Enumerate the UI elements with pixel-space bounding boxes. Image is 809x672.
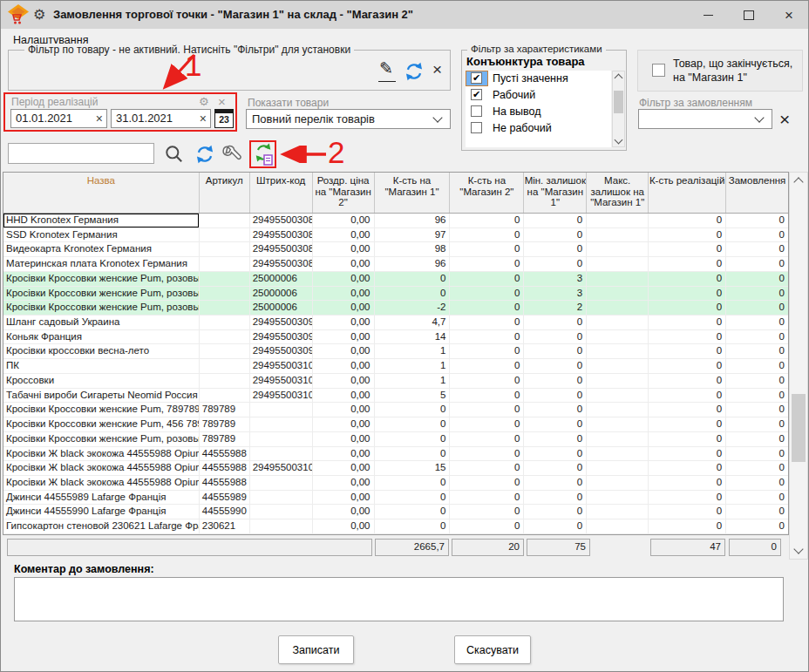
cell-retail-price[interactable]: 0,00 [313,476,375,491]
date-to-clear-icon[interactable]: × [200,110,207,127]
cell-qty-shop2[interactable]: 0 [450,476,524,491]
cell-order[interactable]: 0 [726,491,788,506]
cell-name[interactable]: Кросівки Кроссовки женские Pum, 456 789 [3,417,200,432]
cell-name[interactable]: Кросівки Ж black экокожа 44555988 Opium [3,461,200,476]
cell-max-stock[interactable] [587,287,649,302]
date-from-clear-icon[interactable]: × [96,110,103,127]
cell-articul[interactable] [200,301,250,316]
column-header-retail-price[interactable]: Роздр. ціна на "Магазин 2" [313,173,375,213]
cell-barcode[interactable] [250,417,313,432]
cell-barcode[interactable]: 25000006 [250,272,313,287]
search-input[interactable] [8,143,154,164]
cell-realizations[interactable]: 0 [649,316,726,330]
cell-articul[interactable] [200,344,250,359]
cell-qty-shop2[interactable]: 0 [450,417,524,432]
cell-qty-shop1[interactable]: 97 [375,228,451,243]
order-filter-clear-icon[interactable]: × [779,109,790,130]
cell-articul[interactable] [200,359,250,374]
cell-articul[interactable]: 44555988 [200,447,250,462]
cell-order[interactable]: 0 [726,374,788,389]
cell-min-stock[interactable]: 0 [524,214,587,228]
column-header-articul[interactable]: Артикул [200,173,250,213]
cell-qty-shop1[interactable]: 0 [375,432,451,447]
cell-qty-shop2[interactable]: 0 [450,403,524,417]
cell-name[interactable]: SSD Kronotex Германия [3,228,200,243]
cell-min-stock[interactable]: 0 [524,461,587,476]
date-to-field[interactable]: 31.01.2021 × [111,109,211,128]
cell-name[interactable]: ПК [3,359,200,374]
cell-order[interactable]: 0 [726,359,788,374]
cell-barcode[interactable]: 294955003086 [250,242,313,257]
cell-articul[interactable]: 789789 [200,403,250,417]
cell-qty-shop1[interactable]: 96 [375,257,451,272]
cell-max-stock[interactable] [587,316,649,330]
cell-min-stock[interactable]: 0 [524,447,587,462]
column-header-qty-shop2[interactable]: К-сть на "Магазин 2" [450,173,524,213]
cell-articul[interactable] [200,330,250,345]
checkbox-cell[interactable] [466,120,488,136]
cell-qty-shop1[interactable]: 1 [375,359,451,374]
cell-retail-price[interactable]: 0,00 [313,447,375,462]
cell-barcode[interactable]: 25000006 [250,301,313,316]
table-row[interactable]: Кросівки Кроссовки женские Pum, розовый … [3,301,788,316]
cell-min-stock[interactable]: 0 [524,403,587,417]
cell-qty-shop2[interactable]: 0 [450,491,524,506]
cell-name[interactable]: HHD Kronotex Германия [3,214,200,228]
cell-name[interactable]: Кросівки кроссовки весна-лето [3,344,200,359]
cell-qty-shop1[interactable]: 0 [375,519,451,534]
cell-qty-shop2[interactable]: 0 [450,344,524,359]
cell-realizations[interactable]: 0 [649,242,726,257]
table-row[interactable]: Табачні вироби Сигареты Neomid Россия 29… [3,389,788,404]
calendar-icon[interactable]: 23 [214,109,234,128]
cell-articul[interactable]: 44555989 [200,491,250,506]
cell-barcode[interactable]: 294955003103 [250,389,313,404]
cell-min-stock[interactable]: 0 [524,476,587,491]
table-row[interactable]: ПК 294955003100 0,00 1 0 0 0 0 [3,359,788,374]
cell-name[interactable]: Гипсокартон стеновой 230621 Lafarge Фра [3,519,200,534]
scroll-thumb[interactable] [614,91,623,113]
characteristic-item[interactable]: Не рабочий [466,120,611,137]
cell-qty-shop2[interactable]: 0 [450,287,524,302]
table-row[interactable]: Кросівки Кроссовки женские Pum, розовый … [3,272,788,287]
cell-qty-shop2[interactable]: 0 [450,359,524,374]
table-row[interactable]: Коньяк Франция 294955003098 0,00 14 0 0 … [3,330,788,345]
cell-qty-shop1[interactable]: 1 [375,344,451,359]
table-row[interactable]: Видеокарта Kronotex Германия 29495500308… [3,242,788,257]
cell-qty-shop1[interactable]: 4,7 [375,316,451,330]
cell-retail-price[interactable]: 0,00 [313,272,375,287]
close-button[interactable]: × [774,1,804,29]
cell-min-stock[interactable]: 0 [524,505,587,519]
cell-min-stock[interactable]: 0 [524,374,587,389]
cell-realizations[interactable]: 0 [649,301,726,316]
cell-barcode[interactable]: 294955003093 [250,316,313,330]
column-header-qty-shop1[interactable]: К-сть на "Магазин 1" [375,173,451,213]
order-filter-combobox[interactable] [638,109,772,129]
cell-name[interactable]: Кросівки Кроссовки женские Pum, розовый [3,301,200,316]
table-row[interactable]: Кросівки Кроссовки женские Pum, розовый … [3,287,788,302]
characteristic-item[interactable]: Пусті значення [466,71,611,87]
cell-name[interactable]: Джинси 44555989 Lafarge Франція [3,491,200,506]
table-row[interactable]: HHD Kronotex Германия 294955003084 0,00 … [3,214,788,228]
column-header-max-stock[interactable]: Макс. залишок на "Магазин 1" [587,173,649,213]
cell-barcode[interactable]: 294955003085 [250,228,313,243]
cell-name[interactable]: Коньяк Франция [3,330,200,345]
column-header-name[interactable]: Назва [3,173,200,213]
cell-qty-shop2[interactable]: 0 [450,505,524,519]
cell-qty-shop2[interactable]: 0 [450,461,524,476]
cell-order[interactable]: 0 [726,344,788,359]
edit-filter-icon[interactable]: ✎ [379,58,393,78]
cell-barcode[interactable] [250,432,313,447]
cell-retail-price[interactable]: 0,00 [313,316,375,330]
cell-retail-price[interactable]: 0,00 [313,461,375,476]
cell-realizations[interactable]: 0 [649,359,726,374]
checkbox-icon[interactable] [471,72,482,84]
cell-name[interactable]: Кросівки Ж black экокожа 44555988 Opium [3,447,200,462]
cell-name[interactable]: Джинси 44555990 Lafarge Франція [3,505,200,519]
cell-retail-price[interactable]: 0,00 [313,432,375,447]
save-button[interactable]: Записати [278,635,354,664]
cell-articul[interactable]: 44555988 [200,476,250,491]
scroll-up-icon[interactable] [615,74,623,83]
checkbox-cell[interactable] [466,71,488,86]
table-row[interactable]: Кросівки Ж black экокожа 44555988 Opium … [3,461,788,476]
cell-max-stock[interactable] [587,491,649,506]
